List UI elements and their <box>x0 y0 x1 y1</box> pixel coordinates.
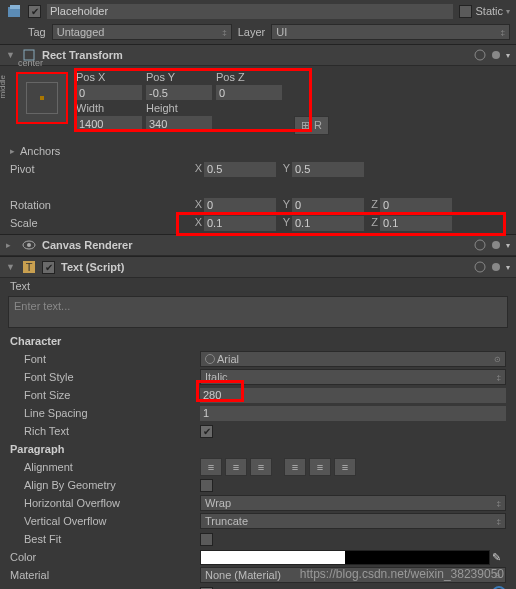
blueprint-button[interactable]: ⊞R <box>294 116 329 135</box>
anchor-side-label: middle <box>0 75 7 99</box>
height-label: Height <box>146 101 216 115</box>
text-field-label: Text <box>10 280 30 292</box>
anchor-preset[interactable] <box>16 72 68 124</box>
svg-point-12 <box>492 263 500 271</box>
fontstyle-label: Font Style <box>10 371 200 383</box>
posz-input[interactable] <box>216 85 282 100</box>
static-label: Static <box>475 5 503 17</box>
width-input[interactable] <box>76 116 142 131</box>
gear-icon[interactable] <box>490 261 502 273</box>
height-input[interactable] <box>146 116 212 131</box>
width-label: Width <box>76 101 146 115</box>
rotation-label: Rotation <box>10 199 190 211</box>
scale-y[interactable] <box>292 216 364 231</box>
gear-icon[interactable] <box>490 49 502 61</box>
fontsize-input[interactable] <box>200 388 506 403</box>
linespacing-input[interactable] <box>200 406 506 421</box>
watermark: https://blog.csdn.net/weixin_38239050 <box>300 567 504 581</box>
alignbygeom-checkbox[interactable] <box>200 479 213 492</box>
layer-dropdown[interactable]: UI‡ <box>271 24 510 40</box>
text-icon: T <box>22 260 36 274</box>
svg-point-6 <box>27 243 31 247</box>
posz-label: Pos Z <box>216 70 286 84</box>
pivot-label: Pivot <box>10 163 190 175</box>
cube-icon <box>6 3 22 19</box>
anchors-fold[interactable]: ▸ <box>10 146 20 156</box>
color-swatch[interactable] <box>200 550 490 565</box>
text-title: Text (Script) <box>61 261 124 273</box>
richtext-checkbox[interactable]: ✔ <box>200 425 213 438</box>
anchors-label: Anchors <box>20 145 190 157</box>
gear-icon[interactable] <box>490 239 502 251</box>
tag-label: Tag <box>28 26 46 38</box>
hoverflow-label: Horizontal Overflow <box>10 497 200 509</box>
fold-icon[interactable]: ▼ <box>6 50 16 60</box>
rot-x[interactable] <box>204 198 276 213</box>
posy-label: Pos Y <box>146 70 216 84</box>
enable-checkbox[interactable]: ✔ <box>28 5 41 18</box>
help-icon[interactable] <box>474 49 486 61</box>
bestfit-label: Best Fit <box>10 533 200 545</box>
alignment-label: Alignment <box>10 461 200 473</box>
hoverflow-dropdown[interactable]: Wrap‡ <box>200 495 506 511</box>
rot-z[interactable] <box>380 198 452 213</box>
svg-point-3 <box>475 50 485 60</box>
bestfit-checkbox[interactable] <box>200 533 213 546</box>
posy-input[interactable] <box>146 85 212 100</box>
rect-title: Rect Transform <box>42 49 123 61</box>
anchor-top-label: center <box>18 58 43 68</box>
static-toggle[interactable]: Static ▾ <box>459 5 510 18</box>
svg-rect-1 <box>10 5 20 9</box>
color-label: Color <box>10 551 200 563</box>
canvas-title: Canvas Renderer <box>42 239 133 251</box>
scale-x[interactable] <box>204 216 276 231</box>
voverflow-dropdown[interactable]: Truncate‡ <box>200 513 506 529</box>
text-input[interactable]: Enter text... <box>8 296 508 328</box>
paragraph-heading: Paragraph <box>10 440 506 458</box>
alignbygeom-label: Align By Geometry <box>10 479 200 491</box>
help-icon[interactable] <box>474 261 486 273</box>
eyedropper-icon[interactable]: ✎ <box>492 551 506 564</box>
richtext-label: Rich Text <box>10 425 200 437</box>
scale-label: Scale <box>10 217 190 229</box>
rot-y[interactable] <box>292 198 364 213</box>
fold-icon[interactable]: ▼ <box>6 262 16 272</box>
gameobject-name[interactable] <box>47 4 453 19</box>
font-label: Font <box>10 353 200 365</box>
svg-text:T: T <box>26 261 33 273</box>
tag-dropdown[interactable]: Untagged‡ <box>52 24 232 40</box>
svg-point-4 <box>492 51 500 59</box>
help-icon[interactable] <box>474 239 486 251</box>
linespacing-label: Line Spacing <box>10 407 200 419</box>
svg-point-11 <box>475 262 485 272</box>
scale-z[interactable] <box>380 216 452 231</box>
svg-point-8 <box>492 241 500 249</box>
posx-label: Pos X <box>76 70 146 84</box>
svg-point-7 <box>475 240 485 250</box>
eye-icon <box>22 238 36 252</box>
pivot-y[interactable] <box>292 162 364 177</box>
layer-label: Layer <box>238 26 266 38</box>
fontsize-label: Font Size <box>10 389 200 401</box>
fontstyle-dropdown[interactable]: Italic‡ <box>200 369 506 385</box>
character-heading: Character <box>10 332 506 350</box>
voverflow-label: Vertical Overflow <box>10 515 200 527</box>
material-label: Material <box>10 569 200 581</box>
pivot-x[interactable] <box>204 162 276 177</box>
text-enable-checkbox[interactable]: ✔ <box>42 261 55 274</box>
fold-icon[interactable]: ▸ <box>6 240 16 250</box>
posx-input[interactable] <box>76 85 142 100</box>
font-field[interactable]: Arial⊙ <box>200 351 506 367</box>
alignment-buttons[interactable]: ≡≡≡ ≡≡≡ <box>200 458 356 476</box>
